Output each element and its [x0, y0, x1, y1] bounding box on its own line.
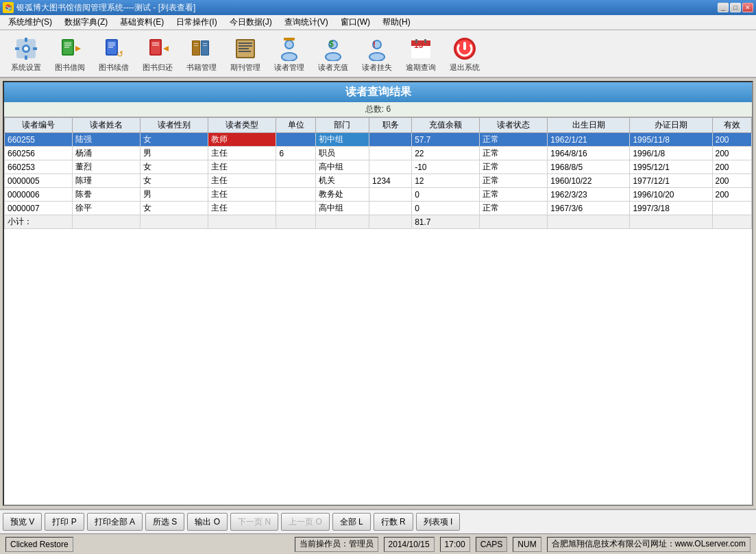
svg-rect-62	[463, 42, 466, 50]
close-button[interactable]: ✕	[742, 3, 753, 12]
list-items-button[interactable]: 列表项 I	[416, 513, 461, 531]
table-cell: 0	[412, 202, 480, 215]
svg-rect-30	[203, 43, 207, 44]
table-cell: 正常	[480, 147, 548, 160]
table-cell: 男	[141, 147, 208, 160]
tool-book-borrow[interactable]: 图书借阅	[49, 33, 90, 74]
table-cell: 主任	[208, 188, 276, 202]
menu-today[interactable]: 今日数据(J)	[224, 15, 278, 29]
table-cell: 57.7	[412, 133, 480, 147]
table-cell: 1995/12/1	[630, 160, 712, 174]
table-cell: 陈誊	[73, 188, 141, 202]
table-cell: 教务处	[315, 188, 369, 202]
table-cell: 200	[712, 188, 751, 202]
menu-dict[interactable]: 数据字典(Z)	[59, 15, 113, 29]
svg-text:$: $	[329, 39, 334, 49]
status-operator: 当前操作员： 管理员	[295, 537, 378, 552]
col-valid: 有效	[712, 118, 751, 133]
table-cell: 女	[141, 133, 208, 147]
tool-exit-label: 退出系统	[450, 62, 480, 73]
menu-query[interactable]: 查询统计(V)	[279, 15, 334, 29]
all-button[interactable]: 全部 L	[332, 513, 371, 531]
svg-rect-36	[239, 48, 249, 49]
svg-rect-35	[239, 45, 252, 47]
svg-point-40	[286, 41, 293, 48]
table-cell: 200	[712, 174, 751, 188]
menu-help[interactable]: 帮助(H)	[377, 15, 416, 29]
table-cell	[276, 202, 315, 215]
table-cell: 主任	[208, 160, 276, 174]
row-count-button[interactable]: 行数 R	[374, 513, 413, 531]
svg-rect-58	[415, 39, 417, 43]
next-page-button[interactable]: 下一页 N	[230, 513, 278, 531]
table-cell: 正常	[480, 160, 548, 174]
tool-book-borrow-label: 图书借阅	[55, 62, 85, 73]
svg-rect-10	[64, 45, 71, 46]
preview-button[interactable]: 预览 V	[3, 513, 42, 531]
title-bar-buttons[interactable]: _ □ ✕	[718, 3, 753, 12]
col-job: 职务	[369, 118, 412, 133]
svg-rect-4	[25, 56, 27, 60]
svg-rect-34	[239, 43, 252, 44]
table-cell: 教师	[208, 133, 276, 147]
tool-reader-lost-label: 读者挂失	[362, 62, 392, 73]
table-cell: 1977/12/1	[630, 174, 712, 188]
table-cell: 660256	[5, 147, 73, 160]
maximize-button[interactable]: □	[730, 3, 741, 12]
svg-text:!: !	[373, 40, 376, 49]
svg-rect-17	[108, 47, 113, 48]
status-time: 17:00	[440, 537, 470, 552]
status-company: 合肥旭翔信息技术有限公司网址：www.OLserver.com	[547, 537, 751, 552]
table-cell: 正常	[480, 174, 548, 188]
tool-book-return[interactable]: 图书归还	[137, 33, 178, 74]
table-cell: 主任	[208, 147, 276, 160]
svg-point-2	[24, 47, 28, 51]
journal-manage-icon	[232, 36, 259, 61]
tool-reader-manage[interactable]: 读者管理	[269, 33, 310, 74]
reader-charge-icon: $	[319, 36, 347, 61]
tool-system-settings[interactable]: 系统设置	[5, 33, 47, 74]
table-cell: 职员	[315, 147, 369, 160]
col-id: 读者编号	[5, 118, 73, 133]
table-cell: 1996/1/8	[630, 147, 712, 160]
table-cell: 1960/10/22	[548, 174, 630, 188]
tool-journal-manage[interactable]: 期刊管理	[225, 33, 266, 74]
table-cell: 1962/3/23	[548, 188, 630, 202]
table-row[interactable]: 0000006陈誊男主任教务处0正常1962/3/231996/10/20200	[5, 188, 752, 202]
table-cell: 22	[412, 147, 480, 160]
table-row[interactable]: 0000005陈瑾女主任机关123412正常1960/10/221977/12/…	[5, 174, 752, 188]
reader-lost-icon: !	[363, 36, 391, 61]
tool-reader-lost[interactable]: ! 读者挂失	[356, 33, 398, 74]
tool-exit[interactable]: 退出系统	[444, 33, 485, 74]
table-cell: 正常	[480, 133, 548, 147]
menu-daily[interactable]: 日常操作(I)	[171, 15, 222, 29]
selected-button[interactable]: 所选 S	[145, 513, 184, 531]
col-cert: 办证日期	[630, 118, 712, 133]
tool-reader-charge[interactable]: $ 读者充值	[313, 33, 354, 74]
svg-rect-28	[194, 43, 198, 44]
data-table-container[interactable]: 读者编号 读者姓名 读者性别 读者类型 单位 部门 职务 充值余额 读者状态 出…	[4, 117, 752, 505]
tool-book-renew[interactable]: ↺ 图书续借	[93, 33, 134, 74]
table-row[interactable]: 0000007徐平女主任高中组0正常1967/3/61997/3/18	[5, 202, 752, 215]
title-bar-left: 📚 银弧博大图书馆借阅管理系统----测试 - [列表查看]	[3, 2, 195, 14]
svg-rect-42	[284, 38, 295, 40]
print-all-button[interactable]: 打印全部 A	[87, 513, 143, 531]
menu-system[interactable]: 系统维护(S)	[3, 15, 58, 29]
table-cell	[276, 174, 315, 188]
table-row[interactable]: 660253董烈女主任高中组-10正常1968/8/51995/12/1200	[5, 160, 752, 174]
svg-rect-29	[194, 45, 198, 46]
tool-overdue-query[interactable]: 15 逾期查询	[400, 33, 441, 74]
export-button[interactable]: 输出 O	[187, 513, 228, 531]
menu-window[interactable]: 窗口(W)	[335, 15, 376, 29]
menu-base[interactable]: 基础资料(E)	[114, 15, 169, 29]
table-row[interactable]: 660255陆强女教师初中组57.7正常1962/1/211995/11/820…	[5, 133, 752, 147]
table-row[interactable]: 660256杨涌男主任6职员22正常1964/8/161996/1/8200	[5, 147, 752, 160]
prev-page-button[interactable]: 上一页 O	[281, 513, 330, 531]
table-cell: 杨涌	[73, 147, 141, 160]
print-button[interactable]: 打印 P	[45, 513, 84, 531]
table-cell: 1962/1/21	[548, 133, 630, 147]
tool-book-manage[interactable]: 书籍管理	[181, 33, 222, 74]
tool-journal-manage-label: 期刊管理	[230, 62, 260, 73]
table-cell: 机关	[315, 174, 369, 188]
minimize-button[interactable]: _	[718, 3, 729, 12]
